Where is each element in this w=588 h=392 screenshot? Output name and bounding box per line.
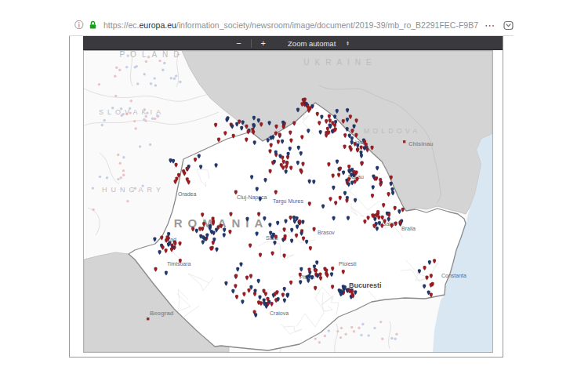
city-label-braila: Braila — [401, 226, 416, 231]
faded-marker — [126, 200, 129, 202]
zoom-in-button[interactable]: + — [257, 39, 270, 48]
pocket-icon[interactable] — [503, 20, 514, 31]
faded-marker — [318, 341, 321, 343]
faded-marker — [101, 124, 103, 126]
page-info-icon[interactable]: ⓘ — [74, 20, 84, 30]
faded-marker — [119, 162, 122, 165]
faded-marker — [361, 323, 364, 325]
faded-marker — [350, 326, 353, 328]
faded-marker — [394, 338, 397, 340]
country-label-slovakia: SLOVAKIA — [99, 108, 165, 116]
pdf-toolbar: − + Zoom automat ▴▾ — [83, 36, 503, 50]
page-actions-icon[interactable]: ⋯ — [485, 20, 495, 31]
faded-marker — [381, 338, 383, 340]
capital-label-beograd: Beograd — [150, 310, 174, 317]
faded-marker — [98, 83, 100, 85]
faded-marker — [122, 174, 125, 176]
faded-marker — [151, 118, 154, 120]
faded-marker — [379, 321, 382, 323]
browser-window: ⓘ https://ec.europa.eu/information_socie… — [0, 0, 588, 392]
faded-marker — [103, 119, 106, 122]
faded-marker — [117, 178, 119, 180]
toolbar-divider — [251, 39, 252, 48]
faded-marker — [353, 330, 355, 332]
country-label-poland: POLAND — [119, 51, 184, 59]
faded-marker — [139, 145, 141, 147]
faded-marker — [106, 176, 108, 179]
city-label-craiova: Craiova — [270, 310, 289, 316]
city-label-oradea: Oradea — [178, 191, 196, 197]
url-path: /information_society/newsroom/image/docu… — [176, 20, 514, 30]
faded-marker — [360, 334, 362, 336]
faded-marker — [324, 335, 326, 337]
faded-marker — [145, 60, 147, 63]
country-label-moldova: MOLDOVA — [364, 127, 420, 135]
faded-marker — [170, 77, 172, 79]
faded-marker — [125, 66, 128, 68]
faded-marker — [154, 77, 156, 79]
city-label-constanta: Constanta — [441, 273, 466, 278]
faded-marker — [134, 66, 136, 68]
lock-icon[interactable] — [89, 20, 97, 30]
capital-label-chisinau: Chisinau — [408, 140, 434, 147]
url-prefix: https://ec. — [103, 20, 140, 30]
faded-marker — [117, 154, 119, 156]
faded-marker — [114, 75, 116, 78]
zoom-mode-value: Zoom automat — [288, 39, 336, 48]
faded-marker — [118, 69, 121, 71]
capital-marker-beograd — [147, 318, 149, 320]
faded-marker — [150, 82, 152, 85]
faded-marker — [122, 169, 125, 172]
city-label-ploiesti: Ploiesti — [339, 261, 357, 267]
pdf-page: POLANDSLOVAKIAUKRAINEHUNGARYMOLDOVAROMAN… — [83, 50, 493, 353]
country-label-ukraine: UKRAINE — [303, 58, 376, 67]
faded-marker — [163, 62, 165, 64]
faded-marker — [122, 156, 125, 158]
faded-marker — [336, 330, 339, 332]
select-caret-icon: ▴▾ — [347, 41, 349, 46]
faded-marker — [92, 187, 94, 189]
faded-marker — [162, 69, 164, 71]
faded-marker — [158, 60, 161, 62]
city-label-targu-mures: Targu Mures — [273, 198, 303, 205]
faded-marker — [339, 336, 342, 339]
romania-broadband-map: POLANDSLOVAKIAUKRAINEHUNGARYMOLDOVAROMAN… — [84, 51, 492, 352]
city-label-bucuresti: Bucuresti — [349, 281, 382, 289]
zoom-out-button[interactable]: − — [232, 39, 245, 48]
faded-marker — [328, 329, 330, 332]
faded-marker — [92, 209, 94, 211]
faded-marker — [373, 327, 376, 329]
capital-marker-chisinau — [403, 140, 405, 143]
city-label-cluj-napoca: Cluj-Napoca — [237, 194, 267, 201]
faded-marker — [154, 118, 156, 120]
faded-marker — [175, 74, 177, 77]
faded-marker — [134, 127, 136, 129]
faded-marker — [390, 337, 393, 339]
faded-marker — [143, 118, 145, 121]
faded-marker — [344, 333, 347, 336]
url-domain: europa.eu — [140, 20, 176, 30]
faded-marker — [99, 176, 101, 178]
faded-marker — [368, 334, 370, 336]
faded-marker — [340, 327, 343, 329]
faded-marker — [395, 333, 397, 336]
url-bar[interactable]: ⓘ https://ec.europa.eu/information_socie… — [74, 16, 514, 34]
faded-marker — [173, 78, 176, 80]
faded-marker — [130, 100, 132, 102]
faded-marker — [136, 82, 139, 85]
faded-marker — [114, 95, 117, 97]
faded-marker — [149, 143, 151, 146]
url-text[interactable]: https://ec.europa.eu/information_society… — [103, 20, 514, 30]
faded-marker — [143, 73, 146, 75]
faded-marker — [115, 67, 118, 69]
faded-marker — [120, 176, 122, 179]
pdf-viewer: − + Zoom automat ▴▾ POLANDSLOVAKIAUKRAIN… — [69, 36, 503, 358]
faded-marker — [358, 327, 360, 329]
zoom-mode-select[interactable]: Zoom automat ▴▾ — [283, 38, 354, 49]
city-label-brasov: Brasov — [318, 230, 335, 235]
faded-marker — [133, 120, 136, 122]
country-label-hungary: HUNGARY — [102, 186, 165, 194]
faded-marker — [179, 81, 181, 83]
faded-marker — [314, 337, 317, 339]
faded-marker — [154, 84, 157, 86]
